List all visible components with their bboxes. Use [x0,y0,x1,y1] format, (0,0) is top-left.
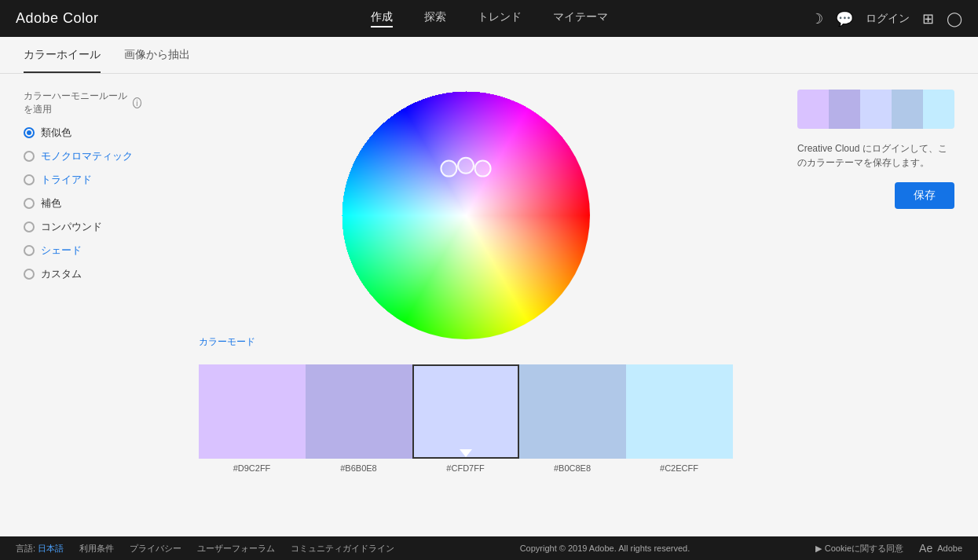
wheel-section: カラーモード #D9C2FF #B6B0E8 [157,74,774,560]
chat-icon[interactable]: 💬 [836,10,853,27]
theme-toggle-icon[interactable]: ☽ [811,10,823,27]
footer-link-privacy[interactable]: プライバシー [130,543,181,555]
strip-1 [829,90,860,129]
main-nav: 作成 探索 トレンド マイテーマ [371,10,608,27]
radio-custom-label: カスタム [41,267,82,281]
swatch-block-1[interactable] [306,364,412,459]
color-mode-link[interactable]: カラーモード [199,335,255,349]
nav-create[interactable]: 作成 [371,10,393,27]
harmony-label-text: カラーハーモニールールを適用 [24,90,128,116]
left-controls: カラーハーモニールールを適用 i 類似色 モノクロマティック トライアド [0,74,157,560]
swatch-label-4: #C2ECFF [660,463,698,473]
color-swatch-3: #B0C8E8 [519,364,626,474]
harmony-option-complementary[interactable]: 補色 [24,196,141,210]
color-wheel[interactable] [340,90,592,341]
radio-complementary-label: 補色 [41,196,61,210]
radio-shade [24,245,35,256]
footer-lang-label: 言語: 日本語 [16,543,64,555]
save-description: Creative Cloud にログインして、このカラーテーマを保存します。 [797,141,954,170]
right-panel: Creative Cloud にログインして、このカラーテーマを保存します。 保… [774,74,978,560]
radio-custom [24,269,35,280]
swatch-block-3[interactable] [519,364,626,459]
adobe-logo-icon: Ae [919,542,932,555]
tab-extract-image[interactable]: 画像から抽出 [124,37,190,73]
strip-0 [797,90,829,129]
swatch-block-0[interactable] [199,364,306,459]
color-wheel-svg [340,90,592,341]
swatch-label-3: #B0C8E8 [554,463,591,473]
color-swatch-2: #CFD7FF [412,364,519,474]
header: Adobe Color 作成 探索 トレンド マイテーマ ☽ 💬 ログイン ⊞ … [0,0,978,37]
body-content: カラーハーモニールールを適用 i 類似色 モノクロマティック トライアド [0,74,978,560]
save-section: Creative Cloud にログインして、このカラーテーマを保存します。 保… [797,141,954,170]
footer-copyright: Copyright © 2019 Adobe. All rights reser… [520,544,690,553]
radio-monochromatic-label: モノクロマティック [41,149,133,163]
swatch-label-1: #B6B0E8 [340,463,376,473]
cookie-play-icon: ▶ [815,544,822,554]
header-right: ☽ 💬 ログイン ⊞ ◯ [811,10,962,27]
footer-adobe: Ae Adobe [919,542,962,555]
grid-icon[interactable]: ⊞ [922,10,934,27]
footer-lang-link[interactable]: 日本語 [38,544,64,553]
save-button[interactable]: 保存 [895,182,954,209]
harmony-options: 類似色 モノクロマティック トライアド 補色 [24,126,141,281]
color-swatch-4: #C2ECFF [626,364,733,474]
footer-adobe-label: Adobe [937,544,962,553]
strip-2 [860,90,892,129]
harmony-option-compound[interactable]: コンパウンド [24,220,141,234]
color-swatch-1: #B6B0E8 [306,364,412,474]
strip-3 [892,90,923,129]
radio-analogous-label: 類似色 [41,126,71,140]
harmony-option-shade[interactable]: シェード [24,243,141,258]
login-link[interactable]: ログイン [866,12,910,26]
strip-4 [923,90,954,129]
swatch-label-0: #D9C2FF [233,463,271,473]
nav-explore[interactable]: 探索 [424,10,446,27]
app-logo: Adobe Color [16,10,99,27]
harmony-option-monochromatic[interactable]: モノクロマティック [24,149,141,163]
radio-triad-label: トライアド [41,173,92,187]
harmony-option-analogous[interactable]: 類似色 [24,126,141,140]
footer-cookie-label: Cookieに関する同意 [825,543,903,555]
footer-link-community[interactable]: コミュニティガイドライン [291,543,394,555]
footer-links: 言語: 日本語 利用条件 プライバシー ユーザーフォーラム コミュニティガイドラ… [16,542,962,555]
nav-mythemes[interactable]: マイテーマ [553,10,608,27]
page-wrapper: Adobe Color 作成 探索 トレンド マイテーマ ☽ 💬 ログイン ⊞ … [0,0,978,560]
tab-color-wheel[interactable]: カラーホイール [24,37,101,73]
radio-compound-label: コンパウンド [41,220,102,234]
harmony-option-triad[interactable]: トライアド [24,173,141,187]
info-icon[interactable]: i [133,97,141,108]
tabs-bar: カラーホイール 画像から抽出 [0,37,978,74]
radio-monochromatic [24,151,35,162]
harmony-label-container: カラーハーモニールールを適用 i [24,90,141,116]
radio-complementary [24,198,35,209]
profile-icon[interactable]: ◯ [947,10,962,27]
radio-triad [24,174,35,185]
swatch-block-2[interactable] [412,364,519,459]
radio-analogous [24,127,35,138]
swatch-block-4[interactable] [626,364,733,459]
footer: 言語: 日本語 利用条件 プライバシー ユーザーフォーラム コミュニティガイドラ… [0,536,978,560]
radio-shade-label: シェード [41,243,82,258]
footer-link-forum[interactable]: ユーザーフォーラム [197,543,275,555]
footer-cookie[interactable]: ▶ Cookieに関する同意 [815,543,903,555]
color-strip [797,90,954,129]
nav-trends[interactable]: トレンド [478,10,522,27]
color-swatches: #D9C2FF #B6B0E8 #CFD7FF #B0C8E8 [199,364,733,474]
radio-compound [24,221,35,232]
swatch-label-2: #CFD7FF [446,463,484,473]
color-swatch-0: #D9C2FF [199,364,306,474]
harmony-option-custom[interactable]: カスタム [24,267,141,281]
footer-link-terms[interactable]: 利用条件 [79,543,114,555]
